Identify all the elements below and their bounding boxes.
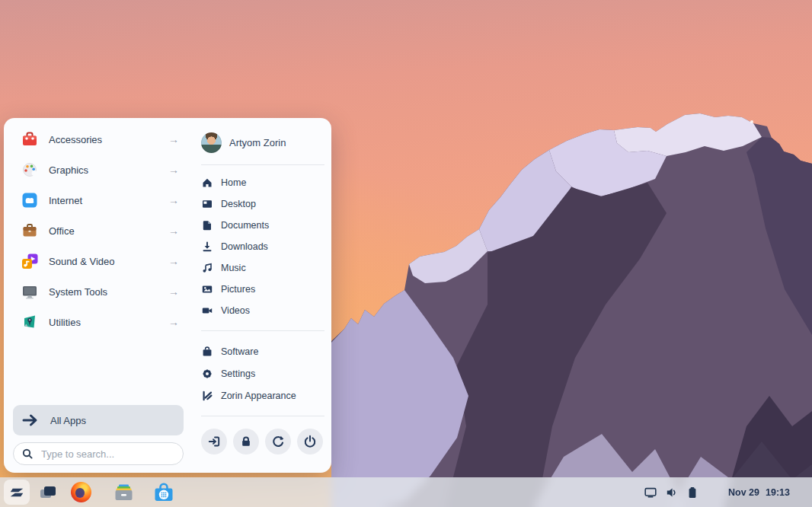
divider: [201, 330, 324, 331]
category-label: Accessories: [49, 134, 102, 145]
monitor-icon: [21, 282, 39, 301]
all-apps-button[interactable]: All Apps: [13, 405, 184, 435]
taskbar-file-manager-button[interactable]: [113, 477, 134, 507]
briefcase-icon: [21, 222, 39, 240]
category-system-tools[interactable]: System Tools →: [13, 276, 185, 307]
place-downloads[interactable]: Downloads: [201, 236, 324, 257]
utilities-icon: [21, 313, 39, 331]
category-label: Office: [49, 225, 75, 237]
session-buttons: [201, 429, 324, 454]
chevron-right-icon: →: [168, 164, 179, 175]
menu-item-label: Software: [221, 346, 258, 357]
category-utilities[interactable]: Utilities →: [13, 307, 185, 337]
firefox-icon: [71, 482, 91, 502]
chevron-right-icon: →: [168, 286, 179, 297]
user-name: Artyom Zorin: [229, 137, 286, 148]
system-tray: Nov 29 19:13: [644, 477, 812, 507]
desktop: Accessories → Graphics → Internet →: [0, 0, 812, 507]
place-label: Desktop: [221, 199, 256, 209]
cloud-icon: [21, 191, 39, 209]
chevron-right-icon: →: [168, 256, 179, 266]
file-manager-icon: [113, 482, 134, 502]
document-icon: [201, 220, 213, 231]
menu-item-settings[interactable]: Settings: [201, 362, 324, 384]
software-store-icon: [153, 482, 174, 503]
category-label: Graphics: [49, 164, 88, 176]
power-button[interactable]: [297, 429, 323, 454]
menu-right-column: Artyom Zorin Home Desktop Documents: [201, 127, 324, 454]
place-pictures[interactable]: Pictures: [201, 279, 324, 300]
category-label: Utilities: [49, 317, 81, 328]
category-list: Accessories → Graphics → Internet →: [13, 124, 185, 337]
gear-icon: [201, 368, 213, 379]
search-icon: [22, 448, 33, 459]
chevron-right-icon: →: [168, 134, 179, 145]
place-label: Downloads: [221, 241, 268, 252]
date-label: Nov 29: [728, 487, 759, 498]
taskbar-window-switcher-button[interactable]: [38, 477, 58, 507]
category-internet[interactable]: Internet →: [13, 185, 185, 215]
divider: [201, 416, 324, 416]
sun-glint: [750, 120, 753, 123]
search-input[interactable]: [40, 448, 177, 461]
zorin-logo-icon: [8, 483, 26, 502]
display-icon[interactable]: [644, 486, 657, 499]
place-label: Pictures: [221, 284, 255, 295]
lock-button[interactable]: [233, 429, 259, 454]
all-apps-arrow-icon: [22, 413, 39, 427]
download-icon: [201, 241, 213, 252]
place-desktop[interactable]: Desktop: [201, 193, 324, 215]
category-accessories[interactable]: Accessories →: [13, 124, 185, 155]
time-label: 19:13: [766, 487, 790, 498]
place-label: Home: [221, 177, 246, 188]
taskbar-software-store-button[interactable]: [152, 477, 174, 507]
clock[interactable]: Nov 29 19:13: [728, 487, 790, 498]
menu-item-software[interactable]: Software: [201, 340, 324, 362]
taskbar: Nov 29 19:13: [0, 477, 812, 507]
category-label: Internet: [49, 195, 82, 206]
logout-button[interactable]: [201, 429, 227, 454]
menu-item-label: Settings: [221, 368, 255, 379]
category-graphics[interactable]: Graphics →: [13, 155, 185, 185]
software-bag-icon: [201, 346, 213, 357]
place-documents[interactable]: Documents: [201, 215, 324, 236]
home-icon: [201, 177, 213, 188]
category-sound-video[interactable]: Sound & Video →: [13, 246, 185, 276]
avatar: [201, 132, 222, 153]
taskbar-zorin-menu-button[interactable]: [4, 480, 30, 505]
place-label: Videos: [221, 305, 250, 316]
category-label: Sound & Video: [49, 256, 115, 267]
desktop-icon: [201, 199, 213, 209]
divider: [201, 164, 324, 165]
picture-icon: [201, 284, 213, 295]
place-videos[interactable]: Videos: [201, 300, 324, 321]
category-office[interactable]: Office →: [13, 215, 185, 246]
place-music[interactable]: Music: [201, 257, 324, 279]
appearance-icon: [201, 391, 213, 401]
media-icon: [21, 252, 39, 270]
video-camera-icon: [201, 305, 213, 316]
category-label: System Tools: [49, 286, 107, 298]
music-note-icon: [201, 263, 213, 273]
palette-icon: [21, 161, 39, 179]
toolbox-icon: [21, 130, 39, 148]
window-switcher-icon: [39, 484, 57, 501]
app-menu-panel: Accessories → Graphics → Internet →: [4, 118, 331, 473]
chevron-right-icon: →: [168, 225, 179, 236]
taskbar-firefox-button[interactable]: [70, 477, 91, 507]
volume-icon[interactable]: [666, 486, 678, 499]
menu-item-zorin-appearance[interactable]: Zorin Appearance: [201, 384, 324, 407]
place-home[interactable]: Home: [201, 172, 324, 193]
place-label: Music: [221, 263, 246, 273]
search-box: [13, 442, 184, 465]
battery-icon[interactable]: [687, 486, 698, 499]
menu-item-label: Zorin Appearance: [221, 391, 296, 401]
all-apps-label: All Apps: [50, 415, 86, 426]
restart-button[interactable]: [265, 429, 291, 454]
user-button[interactable]: Artyom Zorin: [201, 127, 324, 158]
chevron-right-icon: →: [168, 195, 179, 206]
chevron-right-icon: →: [168, 317, 179, 327]
place-label: Documents: [221, 220, 269, 231]
